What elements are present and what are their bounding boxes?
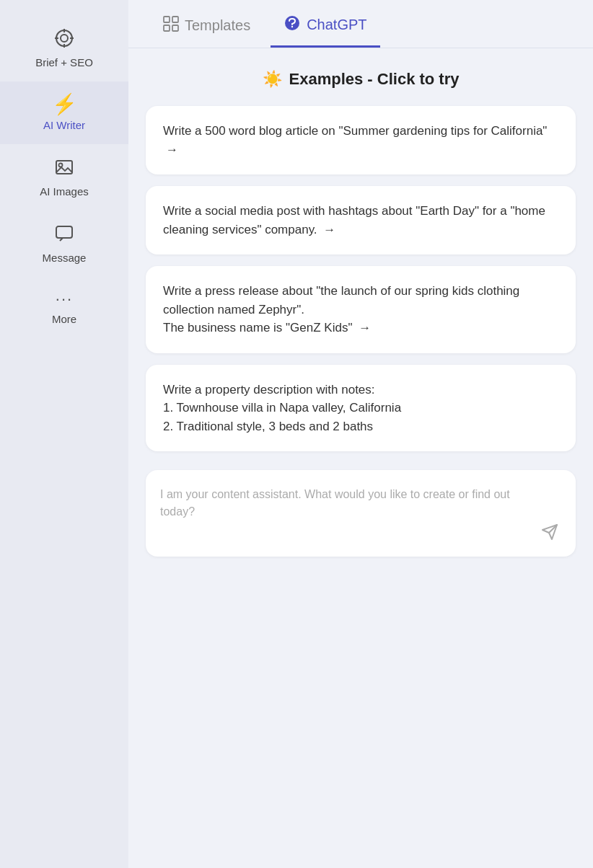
tab-chatgpt[interactable]: ChatGPT: [271, 0, 379, 48]
sidebar-item-label-ai-images: AI Images: [40, 185, 89, 198]
chat-input[interactable]: [160, 486, 531, 544]
chatgpt-icon: [284, 14, 301, 35]
sidebar-item-label-more: More: [52, 313, 76, 325]
example-card-4-text: Write a property description with notes:…: [163, 383, 401, 433]
svg-rect-12: [172, 25, 178, 31]
sidebar-item-ai-writer[interactable]: ⚡ AI Writer: [0, 81, 128, 144]
target-icon: [53, 27, 75, 52]
sidebar-item-message[interactable]: Message: [0, 211, 128, 277]
image-icon: [54, 157, 74, 181]
svg-point-1: [61, 35, 68, 42]
sidebar-item-label-message: Message: [43, 252, 87, 264]
sidebar-item-brief-seo[interactable]: Brief + SEO: [0, 14, 128, 81]
sidebar-item-ai-images[interactable]: AI Images: [0, 144, 128, 211]
templates-icon: [163, 16, 179, 35]
tab-chatgpt-label: ChatGPT: [307, 17, 366, 33]
examples-header: ☀️ Examples - Click to try: [146, 70, 576, 89]
svg-rect-6: [56, 161, 72, 174]
svg-rect-10: [172, 17, 178, 22]
input-area: [146, 470, 576, 557]
svg-point-7: [59, 164, 63, 167]
svg-rect-9: [164, 17, 170, 22]
sidebar: Brief + SEO ⚡ AI Writer AI Images Messag…: [0, 0, 128, 868]
sidebar-item-label-brief-seo: Brief + SEO: [35, 56, 93, 68]
tab-templates-label: Templates: [185, 17, 250, 34]
content-area: ☀️ Examples - Click to try Write a 500 w…: [128, 48, 593, 868]
sun-icon: ☀️: [263, 70, 282, 89]
svg-point-14: [291, 26, 293, 27]
example-card-4[interactable]: Write a property description with notes:…: [146, 365, 576, 452]
example-card-1[interactable]: Write a 500 word blog article on "Summer…: [146, 106, 576, 174]
examples-title: Examples - Click to try: [289, 70, 460, 89]
chat-icon: [54, 223, 74, 247]
sidebar-item-more[interactable]: ··· More: [0, 277, 128, 338]
example-card-2-text: Write a social media post with hashtags …: [163, 204, 545, 236]
example-card-3-text: Write a press release about "the launch …: [163, 284, 519, 335]
lightning-icon: ⚡: [52, 94, 77, 115]
tab-bar: Templates ChatGPT: [128, 0, 593, 48]
main-panel: Templates ChatGPT ☀️ Examples - Click to…: [128, 0, 593, 868]
example-card-2[interactable]: Write a social media post with hashtags …: [146, 186, 576, 254]
svg-point-0: [56, 30, 72, 46]
sidebar-item-label-ai-writer: AI Writer: [43, 119, 85, 131]
svg-rect-11: [164, 25, 170, 31]
example-card-3[interactable]: Write a press release about "the launch …: [146, 266, 576, 353]
tab-templates[interactable]: Templates: [150, 1, 263, 48]
dots-icon: ···: [56, 290, 73, 309]
example-card-1-text: Write a 500 word blog article on "Summer…: [163, 124, 547, 156]
send-button[interactable]: [538, 521, 561, 544]
svg-rect-8: [56, 226, 72, 238]
